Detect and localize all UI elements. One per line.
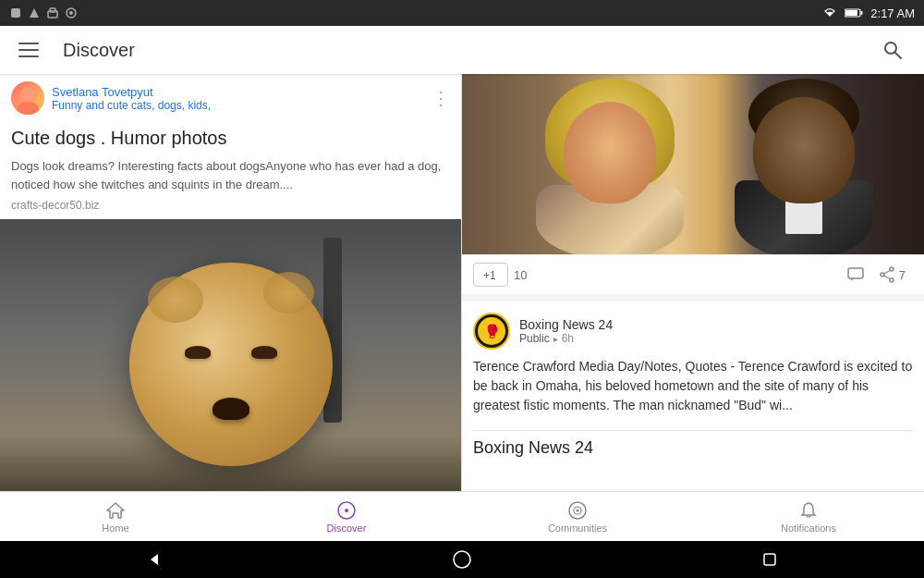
app-icon-4 [65,6,78,19]
dog-fluffy-outer [129,263,333,466]
boxing-header-info: Boxing News 24 Public ▸ 6h [519,317,613,345]
svg-point-29 [454,551,470,568]
boxing-card: 🥊 Boxing News 24 Public ▸ 6h Terence Cra… [462,301,924,491]
comment-icon [847,266,864,283]
dog-nose [213,398,249,420]
svg-point-15 [890,267,894,271]
nav-item-home[interactable]: Home [0,492,231,541]
time-display: 2:17 AM [870,6,915,20]
poster-name[interactable]: Svetlana Tovetpyut [52,85,424,99]
search-icon [882,40,903,60]
plus-one-button[interactable]: +1 [473,263,508,287]
comment-button[interactable] [840,263,871,287]
boxing-card-header: 🥊 Boxing News 24 Public ▸ 6h [462,301,924,357]
boxing-divider [473,430,913,431]
plus-one-count: 10 [514,268,527,282]
celeb-bg [462,74,924,254]
avatar-image [11,81,44,115]
man-face [753,97,855,203]
article-source: crafts-decor50.biz [0,199,461,219]
app-bar: Discover [0,26,924,74]
svg-marker-28 [151,554,158,565]
left-column: Svetlana Tovetpyut Funny and cute cats, … [0,74,462,491]
svg-line-10 [895,53,902,59]
nav-item-notifications[interactable]: Notifications [693,492,924,541]
notifications-icon [798,500,819,521]
svg-rect-30 [764,554,775,565]
home-circle-icon [452,549,472,570]
boxing-meta: Public ▸ 6h [519,332,613,345]
svg-line-19 [884,276,890,279]
boxing-content: Terence Crawford Media Day/Notes, Quotes… [462,357,924,423]
triangle-icon: ▸ [553,334,558,344]
status-bar-right: 2:17 AM [822,6,915,20]
svg-rect-14 [848,268,863,278]
celebrity-image [462,74,924,254]
discover-icon [336,500,357,521]
svg-marker-1 [30,8,39,18]
system-bar [0,541,924,578]
battery-icon [845,7,863,18]
svg-rect-7 [845,10,857,16]
article-title: Cute dogs . Humor photos [0,122,461,157]
app-icon-2 [28,6,41,19]
status-bar-left [9,6,78,19]
dog-left-eye [185,346,211,359]
status-bar: 2:17 AM [0,0,924,26]
back-icon [145,550,164,569]
search-button[interactable] [876,33,909,67]
home-button[interactable] [451,548,473,571]
share-icon [879,266,895,283]
more-button[interactable]: ⋮ [432,87,450,109]
boxing-source-name[interactable]: Boxing News 24 [519,317,613,332]
app-bar-title: Discover [63,40,876,61]
app-icon-3 [46,6,59,19]
svg-rect-0 [11,8,20,18]
main-content: Svetlana Tovetpyut Funny and cute cats, … [0,74,924,491]
recents-button[interactable] [759,548,781,571]
right-column: +1 10 [462,74,924,491]
fur-tuft-2 [263,272,314,314]
nav-item-communities[interactable]: Communities [462,492,693,541]
svg-rect-8 [861,11,863,15]
nav-home-label: Home [102,523,128,534]
svg-point-27 [577,509,579,511]
left-figure [517,74,702,254]
svg-point-12 [17,102,39,115]
nav-communities-label: Communities [548,523,607,534]
card-actions: +1 10 [462,254,924,294]
poster-subtitle: Funny and cute cats, dogs, kids, [52,99,424,112]
plus-one-icon: +1 [483,267,498,282]
svg-point-11 [20,87,35,102]
boxing-footer-title: Boxing News 24 [462,438,924,458]
svg-line-18 [884,271,890,275]
hamburger-button[interactable] [15,33,48,67]
svg-point-5 [69,11,73,15]
svg-point-16 [890,278,894,282]
nav-item-discover[interactable]: Discover [231,492,462,541]
boxing-avatar: 🥊 [473,313,510,350]
dog-figure [0,219,461,491]
svg-point-24 [345,509,348,512]
share-button[interactable]: 7 [871,263,913,287]
svg-text:+1: +1 [483,269,496,282]
dog-body [129,267,333,461]
fur-tuft-1 [148,277,203,323]
svg-point-17 [881,273,884,277]
svg-text:🥊: 🥊 [484,324,501,339]
wifi-icon [822,6,837,19]
back-button[interactable] [143,548,165,571]
app-icon-1 [9,6,22,19]
celeb-face [564,102,656,203]
visibility-badge: Public [519,332,550,345]
post-header-info: Svetlana Tovetpyut Funny and cute cats, … [52,85,424,112]
home-icon [105,500,126,521]
avatar [11,81,44,115]
bottom-nav: Home Discover Communities Notifications [0,491,924,541]
article-image [0,219,461,491]
article-excerpt: Dogs look dreams? Interesting facts abou… [0,157,461,199]
nav-notifications-label: Notifications [781,523,836,534]
boxing-avatar-image: 🥊 [476,315,507,347]
dog-right-eye [251,346,277,359]
time-ago: 6h [562,332,574,345]
